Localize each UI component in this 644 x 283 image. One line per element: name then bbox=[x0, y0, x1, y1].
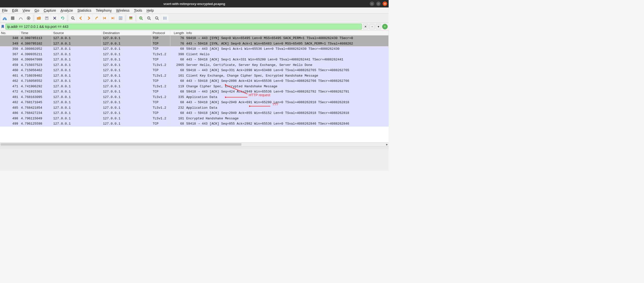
col-header-length[interactable]: Length bbox=[170, 30, 185, 35]
col-header-source[interactable]: Source bbox=[52, 30, 102, 35]
menu-tools[interactable]: Tools bbox=[134, 8, 142, 12]
zoom-reset-button[interactable]: 1:1 bbox=[153, 14, 161, 22]
col-header-no[interactable]: No. bbox=[0, 30, 20, 35]
bottom-panel bbox=[0, 150, 389, 171]
menu-capture[interactable]: Capture bbox=[44, 8, 56, 12]
capture-options-button[interactable] bbox=[25, 14, 32, 22]
svg-text:A: A bbox=[72, 17, 73, 19]
filter-dropdown-button[interactable]: ▾ bbox=[376, 24, 381, 29]
packet-row[interactable]: 3504.380802052127.0.0.1127.0.0.1TCP68594… bbox=[0, 46, 389, 52]
filter-clear-button[interactable]: ✕ bbox=[363, 24, 368, 29]
zoom-out-button[interactable] bbox=[145, 14, 153, 22]
menu-view[interactable]: View bbox=[23, 8, 30, 12]
stop-capture-button[interactable] bbox=[9, 14, 16, 22]
go-forward-button[interactable] bbox=[85, 14, 92, 22]
menu-telephony[interactable]: Telephony bbox=[96, 8, 112, 12]
svg-line-24 bbox=[150, 19, 151, 20]
menubar: File Edit View Go Capture Analyze Statis… bbox=[0, 8, 389, 14]
svg-rect-16 bbox=[129, 17, 132, 18]
svg-rect-3 bbox=[45, 17, 48, 20]
horizontal-scrollbar[interactable]: ◀ ▶ bbox=[0, 142, 389, 146]
filter-add-button[interactable]: + bbox=[382, 24, 388, 29]
display-filter-input[interactable] bbox=[6, 24, 362, 30]
close-file-button[interactable] bbox=[51, 14, 58, 22]
filter-apply-button[interactable]: → bbox=[369, 24, 375, 29]
packet-row[interactable]: 3674.390935211127.0.0.1127.0.0.1TLSv1.23… bbox=[0, 52, 389, 57]
svg-line-20 bbox=[142, 19, 143, 20]
shark-fin-icon[interactable] bbox=[1, 14, 8, 22]
packet-row[interactable]: 4624.716058552127.0.0.1127.0.0.1TCP68443… bbox=[0, 78, 389, 84]
save-file-button[interactable] bbox=[43, 14, 50, 22]
go-back-button[interactable] bbox=[77, 14, 84, 22]
menu-wireless[interactable]: Wireless bbox=[116, 8, 130, 12]
col-header-destination[interactable]: Destination bbox=[102, 30, 152, 35]
col-header-info[interactable]: Info bbox=[185, 30, 389, 35]
svg-rect-18 bbox=[129, 19, 132, 20]
packet-list-body[interactable]: 3484.380785113127.0.0.1127.0.0.1TCP76594… bbox=[0, 36, 389, 126]
restart-capture-button[interactable] bbox=[17, 14, 24, 22]
window-minimize-button[interactable]: – bbox=[370, 2, 374, 6]
svg-line-27 bbox=[158, 19, 159, 20]
menu-go[interactable]: Go bbox=[34, 8, 39, 12]
svg-line-8 bbox=[74, 19, 74, 20]
go-first-button[interactable] bbox=[101, 14, 108, 22]
packet-row[interactable]: 4864.768427234127.0.0.1127.0.0.1TCP68443… bbox=[0, 110, 389, 116]
svg-text:1:1: 1:1 bbox=[156, 18, 158, 19]
packet-row[interactable]: 4994.796125598127.0.0.1127.0.0.1TCP68594… bbox=[0, 121, 389, 126]
packet-row[interactable]: 3684.390947080127.0.0.1127.0.0.1TCP68443… bbox=[0, 57, 389, 62]
svg-rect-17 bbox=[129, 18, 132, 18]
packet-row[interactable]: 4614.716039402127.0.0.1127.0.0.1TLSv1.21… bbox=[0, 73, 389, 78]
bookmark-icon[interactable] bbox=[1, 25, 4, 28]
packet-row[interactable]: 4824.768171045127.0.0.1127.0.0.1TCP68443… bbox=[0, 100, 389, 105]
packet-row[interactable]: 4714.741906292127.0.0.1127.0.0.1TLSv1.21… bbox=[0, 84, 389, 89]
menu-analyze[interactable]: Analyze bbox=[60, 8, 73, 12]
window-close-button[interactable]: ✕ bbox=[383, 2, 387, 6]
display-filter-bar: ✕ → ▾ + bbox=[0, 23, 389, 30]
packet-list-header: No. Time Source Destination Protocol Len… bbox=[0, 30, 389, 36]
window-title: vcert-with-mitmproxy-encrypted.pcapng bbox=[163, 2, 225, 6]
packet-row[interactable]: 4854.768421854127.0.0.1127.0.0.1TLSv1.22… bbox=[0, 105, 389, 111]
window-titlebar: vcert-with-mitmproxy-encrypted.pcapng – … bbox=[0, 0, 389, 8]
packet-row[interactable]: 3494.380795102127.0.0.1127.0.0.1TCP76443… bbox=[0, 41, 389, 46]
packet-row[interactable]: 4984.796115049127.0.0.1127.0.0.1TLSv1.21… bbox=[0, 116, 389, 121]
auto-scroll-button[interactable] bbox=[117, 14, 124, 22]
svg-rect-0 bbox=[11, 17, 14, 20]
zoom-in-button[interactable] bbox=[137, 14, 145, 22]
toolbar: A 1:1 bbox=[0, 14, 389, 23]
go-last-button[interactable] bbox=[109, 14, 116, 22]
open-file-button[interactable] bbox=[35, 14, 42, 22]
menu-edit[interactable]: Edit bbox=[12, 8, 18, 12]
packet-row[interactable]: 3484.380785113127.0.0.1127.0.0.1TCP76594… bbox=[0, 36, 389, 41]
svg-point-2 bbox=[28, 18, 29, 19]
reload-button[interactable] bbox=[59, 14, 66, 22]
menu-file[interactable]: File bbox=[2, 8, 8, 12]
col-header-time[interactable]: Time bbox=[20, 30, 52, 35]
colorize-button[interactable] bbox=[127, 14, 134, 22]
packet-row[interactable]: 4604.715056462127.0.0.1127.0.0.1TCP68594… bbox=[0, 68, 389, 73]
menu-statistics[interactable]: Statistics bbox=[77, 8, 91, 12]
find-packet-button[interactable]: A bbox=[69, 14, 76, 22]
resize-columns-button[interactable] bbox=[161, 14, 168, 22]
menu-help[interactable]: Help bbox=[146, 8, 154, 12]
go-to-packet-button[interactable] bbox=[93, 14, 100, 22]
window-maximize-button[interactable]: □ bbox=[376, 2, 381, 6]
col-header-protocol[interactable]: Protocol bbox=[152, 30, 170, 35]
svg-rect-4 bbox=[46, 17, 48, 18]
packet-row[interactable]: 4594.715037523127.0.0.1127.0.0.1TLSv1.22… bbox=[0, 62, 389, 68]
packet-row[interactable]: 4724.741915301127.0.0.1127.0.0.1TCP68594… bbox=[0, 89, 389, 94]
packet-list: No. Time Source Destination Protocol Len… bbox=[0, 30, 389, 142]
packet-row[interactable]: 4814.768163095127.0.0.1127.0.0.1TLSv1.23… bbox=[0, 94, 389, 100]
